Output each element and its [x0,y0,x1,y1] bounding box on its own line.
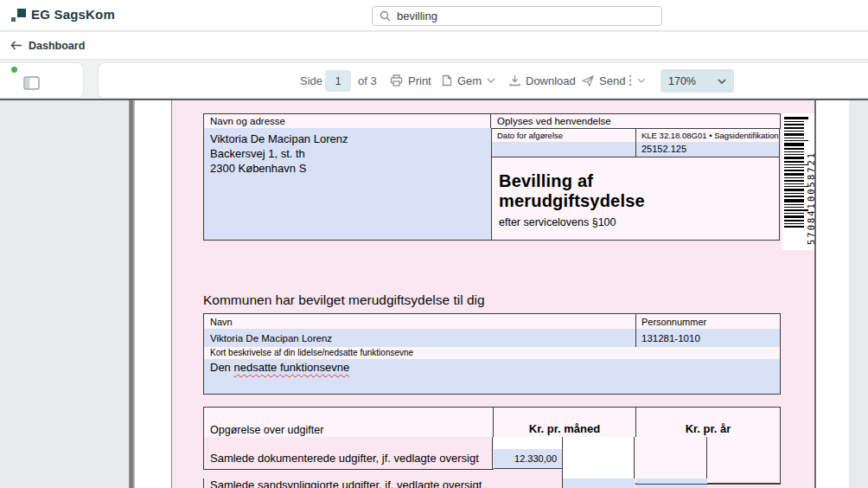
sidebar-toggle-icon[interactable] [23,76,40,90]
document-title-line2: merudgiftsydelse [499,191,779,211]
recipient-address-field: Viktoria De Macipan Lorenz Backersvej 1,… [203,128,491,241]
toolbar-zone: Side 1 of 3 Print Gem Download Send [0,60,868,100]
chevron-down-icon [637,78,646,83]
app-title: EG SagsKom [31,7,115,22]
expenses-row1-year-cell2 [707,437,781,484]
expenses-row1-year-cell1 [635,437,707,484]
send-button[interactable]: Send [582,63,625,98]
printer-icon [390,74,403,87]
search-input[interactable]: bevilling [372,6,662,26]
print-button[interactable]: Print [390,63,431,98]
breadcrumb[interactable]: Dashboard [29,40,85,52]
form-page: Navn og adresse Oplyses ved henvendelse … [171,100,816,488]
expenses-col-month: Kr. pr. måned [493,407,635,437]
page-count: of 3 [358,63,377,98]
expenses-col-label: Opgørelse over udgifter [203,407,493,437]
expenses-col-year: Kr. pr. år [635,407,781,437]
document-title-line1: Bevilling af [499,171,779,191]
expenses-row2-label: Samlede sandsynliggjorte udgifter, jf. v… [203,478,493,488]
recipient-street: Backersvej 1, st. th [210,146,491,161]
decision-date-field[interactable] [491,142,635,157]
kle-label: KLE 32.18.08G01 • Sagsidentifikation [635,129,780,142]
scrollbar[interactable] [129,100,135,488]
description-text-misspelled: nedsatte funktionsevne [233,361,349,374]
zoom-level-value: 170% [668,75,718,87]
grant-name-label: Navn [203,313,636,330]
page-number-input[interactable]: 1 [325,70,351,92]
grant-section-heading: Kommunen har bevilget merudgiftsydelse t… [203,292,485,308]
file-icon [442,74,452,87]
description-text-prefix: Den [210,361,233,374]
document-page: Navn og adresse Oplyses ved henvendelse … [135,100,849,488]
document-viewer: Navn og adresse Oplyses ved henvendelse … [0,100,868,488]
breadcrumb-bar: Dashboard [0,32,868,60]
case-info-box-label: Oplyses ved henvendelse [490,113,781,129]
description-label: Kort beskrivelse af din lidelse/nedsatte… [203,347,781,359]
expenses-row1-month-value[interactable]: 12.330,00 [494,449,562,469]
download-button[interactable]: Download [509,63,576,98]
decision-date-label: Dato for afgørelse [491,129,635,142]
grant-cpr-value: 131281-1010 [635,329,781,348]
download-icon [509,74,520,87]
app-window: EG SagsKom bevilling Dashboard Side 1 of… [0,0,868,488]
save-button[interactable]: Gem [442,63,495,98]
viewer-toolbar: Side 1 of 3 Print Gem Download Send [98,62,868,99]
description-field[interactable]: Den nedsatte funktionsevne [203,359,781,395]
expenses-row1-label: Samlede dokumenterede udgifter, jf. vedl… [203,437,493,470]
expenses-row2-month-field[interactable] [563,478,635,488]
barcode-number: 5708410058721 [806,119,816,245]
recipient-box-label: Navn og adresse [203,113,491,129]
overflow-menu-button[interactable] [629,63,646,98]
expenses-row1-month-cell-top [494,437,562,449]
sidebar-card [0,62,84,99]
right-gutter [849,100,868,488]
barcode: 5708410058721 [782,113,816,250]
eg-logo-icon [11,9,26,22]
grant-name-value: Viktoria De Macipan Lorenz [203,329,636,348]
recipient-name: Viktoria De Macipan Lorenz [210,132,491,146]
zoom-level-select[interactable]: 170% [661,69,734,93]
recipient-city: 2300 København S [210,161,491,176]
kebab-icon [629,74,632,87]
case-id-value: 25152.125 [635,142,780,157]
grant-cpr-label: Personnummer [635,313,781,330]
status-dot [11,67,17,73]
page-label: Side [300,63,322,98]
top-header: EG SagsKom bevilling [0,0,868,31]
search-input-value: bevilling [397,10,437,22]
document-title-box: Bevilling af merudgiftsydelse efter serv… [491,157,780,241]
chevron-down-icon [718,79,726,84]
chevron-down-icon [487,78,495,83]
document-subtitle: efter servicelovens §100 [499,216,779,228]
back-arrow-icon[interactable] [10,41,22,50]
thumbnail-panel [0,100,128,488]
search-icon [380,10,391,22]
send-icon [582,75,594,87]
